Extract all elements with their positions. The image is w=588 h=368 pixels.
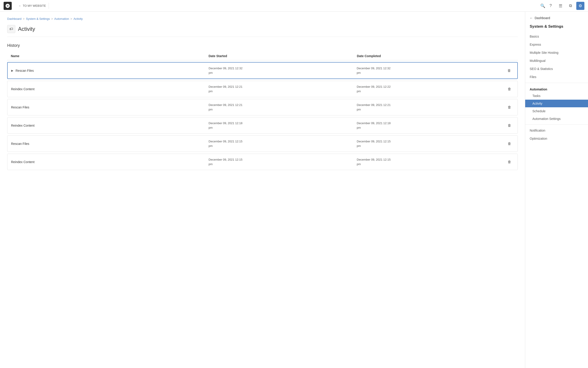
sidebar-back-label: Dashboard (535, 16, 550, 20)
row-date-completed-2: December 09, 2021 12:22pm (357, 85, 505, 93)
row-date-completed-3: December 09, 2021 12:21pm (357, 103, 505, 111)
chevron-right-icon: ▶ (11, 69, 13, 72)
main-content-area: Dashboard > System & Settings > Automati… (0, 12, 525, 368)
row-name-4: Reindex Content (11, 124, 209, 127)
row-name-3: Rescan Files (11, 105, 209, 109)
search-button[interactable]: 🔍 (539, 2, 547, 10)
table-row[interactable]: ▶ Rescan Files December 09, 2021 12:32pm… (7, 62, 518, 79)
row-name-6: Reindex Content (11, 160, 209, 164)
sidebar-item-express[interactable]: Express (525, 40, 588, 49)
title-icon: 🏷 (7, 25, 15, 33)
page-title-row: 🏷 Activity (7, 25, 518, 37)
col-date-started-header: Date Started (209, 54, 357, 58)
logo[interactable] (4, 2, 12, 10)
table-header-row: Name Date Started Date Completed (7, 52, 518, 60)
logo-icon (5, 3, 10, 8)
sidebar-section-title: System & Settings (525, 23, 588, 32)
breadcrumb-automation[interactable]: Automation (54, 17, 69, 20)
page-title: Activity (18, 26, 35, 32)
breadcrumb-sep-2: > (51, 17, 53, 20)
row-name-label: Reindex Content (11, 160, 34, 164)
table-row[interactable]: Reindex Content December 09, 2021 12:15p… (7, 154, 518, 170)
row-name-1: ▶ Rescan Files (11, 69, 209, 73)
history-heading: History (7, 43, 518, 48)
row-name-label: Reindex Content (11, 124, 34, 127)
row-name-5: Rescan Files (11, 142, 209, 146)
row-date-completed-6: December 09, 2021 12:15pm (357, 157, 505, 166)
table-row[interactable]: Rescan Files December 09, 2021 12:21pm D… (7, 99, 518, 115)
main-layout: Dashboard > System & Settings > Automati… (0, 12, 588, 368)
history-table: Name Date Started Date Completed ▶ Resca… (7, 52, 518, 170)
sidebar-item-files[interactable]: Files (525, 73, 588, 81)
row-date-started-1: December 09, 2021 12:32pm (209, 66, 357, 75)
sidebar-automation-heading: Automation (525, 85, 588, 92)
sidebar-divider-1 (525, 83, 588, 83)
sidebar-item-notification[interactable]: Notification (525, 126, 588, 135)
delete-button-4[interactable]: 🗑 (505, 123, 514, 129)
sidebar-back-button[interactable]: ← Dashboard (525, 16, 588, 23)
delete-button-6[interactable]: 🗑 (505, 159, 514, 165)
sidebar-subitem-schedule[interactable]: Schedule (525, 107, 588, 115)
bookmark-icon: 🏷 (9, 27, 13, 31)
delete-button-5[interactable]: 🗑 (505, 141, 514, 147)
back-label: TO MY WEBSITE (23, 4, 46, 7)
row-date-started-2: December 09, 2021 12:21pm (209, 85, 357, 93)
top-navigation: ← TO MY WEBSITE 🔍 ? ☰ ⧉ ⚙ (0, 0, 588, 12)
breadcrumb-sep-3: > (70, 17, 72, 20)
delete-button-1[interactable]: 🗑 (505, 68, 514, 74)
settings-icon-button[interactable]: ⚙ (576, 2, 584, 10)
row-date-started-5: December 09, 2021 12:15pm (209, 139, 357, 148)
back-arrow-icon: ← (19, 4, 21, 7)
breadcrumb: Dashboard > System & Settings > Automati… (7, 17, 518, 20)
col-name-header: Name (11, 54, 209, 58)
sidebar-item-multilingual[interactable]: Multilingual (525, 57, 588, 65)
row-date-started-4: December 09, 2021 12:18pm (209, 121, 357, 130)
row-name-label: Rescan Files (11, 142, 29, 146)
back-arrow-icon: ← (530, 16, 533, 20)
sidebar-subitem-automation-settings[interactable]: Automation Settings (525, 115, 588, 123)
right-sidebar: ← Dashboard System & Settings Basics Exp… (525, 12, 588, 368)
table-row[interactable]: Reindex Content December 09, 2021 12:21p… (7, 81, 518, 97)
row-date-completed-1: December 09, 2021 12:32pm (357, 66, 505, 75)
sidebar-item-basics[interactable]: Basics (525, 32, 588, 40)
breadcrumb-sep-1: > (23, 17, 25, 20)
sidebar-item-seo-statistics[interactable]: SEO & Statistics (525, 65, 588, 73)
back-to-website-button[interactable]: ← TO MY WEBSITE (14, 3, 49, 9)
sidebar-subitem-activity[interactable]: Activity (525, 100, 588, 107)
row-date-completed-4: December 09, 2021 12:18pm (357, 121, 505, 130)
breadcrumb-dashboard[interactable]: Dashboard (7, 17, 22, 20)
row-name-label: Rescan Files (16, 69, 34, 73)
row-date-completed-5: December 09, 2021 12:15pm (357, 139, 505, 148)
delete-button-2[interactable]: 🗑 (505, 86, 514, 92)
row-name-label: Rescan Files (11, 105, 29, 109)
sidebar-item-multiple-site-hosting[interactable]: Multiple Site Hosting (525, 49, 588, 57)
table-row[interactable]: Reindex Content December 09, 2021 12:18p… (7, 117, 518, 134)
col-date-completed-header: Date Completed (357, 54, 505, 58)
delete-button-3[interactable]: 🗑 (505, 104, 514, 110)
tasks-icon-button[interactable]: ☰ (557, 2, 565, 10)
row-name-2: Reindex Content (11, 87, 209, 91)
help-icon-button[interactable]: ? (547, 2, 555, 10)
table-row[interactable]: Rescan Files December 09, 2021 12:15pm D… (7, 135, 518, 152)
sidebar-item-optimization[interactable]: Optimization (525, 135, 588, 143)
col-actions-header (505, 54, 514, 58)
row-date-started-6: December 09, 2021 12:15pm (209, 157, 357, 166)
copy-icon-button[interactable]: ⧉ (566, 2, 575, 10)
breadcrumb-system-settings[interactable]: System & Settings (26, 17, 50, 20)
row-date-started-3: December 09, 2021 12:21pm (209, 103, 357, 111)
nav-icons: ? ☰ ⧉ ⚙ (547, 2, 584, 10)
sidebar-subitem-tasks[interactable]: Tasks (525, 92, 588, 100)
row-name-label: Reindex Content (11, 87, 34, 91)
sidebar-divider-2 (525, 124, 588, 125)
breadcrumb-current: Activity (73, 17, 83, 20)
